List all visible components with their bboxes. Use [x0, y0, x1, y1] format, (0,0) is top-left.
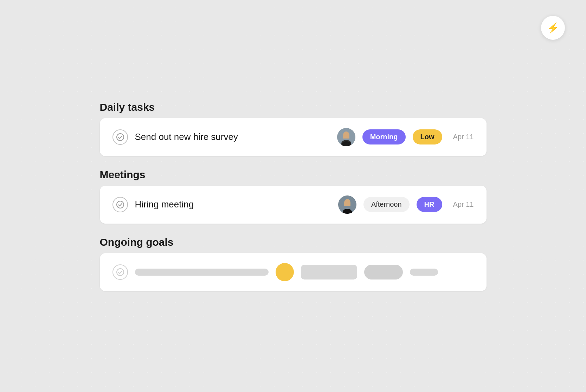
check-mark-icon — [116, 268, 124, 276]
svg-point-0 — [117, 134, 124, 141]
ongoing-goals-title: Ongoing goals — [100, 236, 487, 248]
meeting-checkbox[interactable] — [112, 197, 128, 212]
date-label-blur — [410, 269, 438, 276]
avatar-image — [338, 195, 356, 214]
meeting-title: Hiring meeting — [135, 199, 331, 210]
meetings-title: Meetings — [100, 169, 487, 181]
daily-tasks-title: Daily tasks — [100, 101, 487, 113]
check-mark-icon — [116, 201, 124, 208]
check-mark-icon — [116, 133, 124, 141]
avatar-image — [337, 128, 355, 146]
goal-title-blur — [135, 269, 269, 276]
date-label: Apr 11 — [449, 133, 474, 141]
time-tag-blur — [301, 265, 357, 279]
goal-checkbox[interactable] — [112, 264, 128, 280]
category-tag: HR — [417, 197, 442, 212]
svg-rect-7 — [343, 136, 349, 139]
svg-rect-13 — [344, 204, 350, 206]
avatar — [337, 128, 355, 146]
main-content: Daily tasks Send out new hire survey — [100, 101, 487, 291]
task-checkbox[interactable] — [112, 129, 128, 145]
goal-row[interactable] — [100, 253, 487, 291]
svg-point-14 — [117, 269, 124, 276]
lightning-icon: ⚡ — [547, 22, 559, 34]
category-tag-blur — [364, 265, 403, 279]
meeting-row[interactable]: Hiring meeting Afternoon HR Apr 11 — [100, 186, 487, 224]
avatar — [276, 263, 294, 281]
date-label: Apr 11 — [449, 200, 474, 208]
time-tag: Morning — [362, 129, 406, 144]
avatar — [338, 195, 356, 214]
ongoing-goals-section: Ongoing goals — [100, 236, 487, 291]
lightning-button[interactable]: ⚡ — [541, 16, 565, 40]
svg-point-8 — [117, 201, 124, 208]
time-tag: Afternoon — [363, 197, 410, 212]
priority-tag: Low — [413, 129, 442, 144]
task-row[interactable]: Send out new hire survey Morning Low Apr… — [100, 118, 487, 156]
task-title: Send out new hire survey — [135, 131, 330, 142]
daily-tasks-section: Daily tasks Send out new hire survey — [100, 101, 487, 156]
meetings-section: Meetings Hiring meeting Aft — [100, 169, 487, 224]
